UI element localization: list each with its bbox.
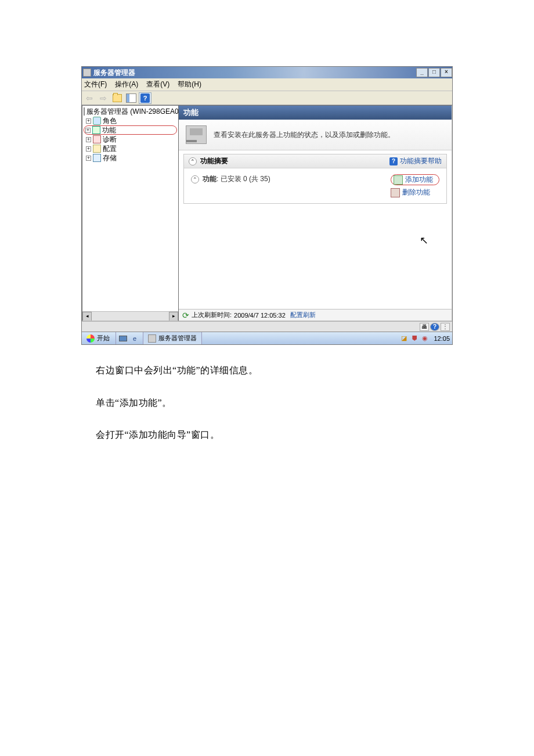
task-label: 服务器管理器 [158, 334, 197, 343]
tray-shield-icon[interactable]: ⛊ [410, 334, 418, 343]
details-pane: 功能 查看安装在此服务器上功能的状态，以及添加或删除功能。 ⌃ 功能摘要 ? 功… [178, 105, 452, 321]
status-prefix: 上次刷新时间: [192, 311, 232, 319]
expand-icon[interactable]: + [86, 146, 91, 152]
tree-label: 角色 [103, 116, 117, 125]
app-icon [148, 334, 156, 343]
configure-refresh-link[interactable]: 配置刷新 [290, 311, 316, 319]
add-feature-icon [394, 175, 403, 185]
quicklaunch-item[interactable]: e [129, 334, 140, 343]
tree-root-label: 服务器管理器 (WIN-298GEA078D [86, 107, 178, 116]
start-label: 开始 [97, 334, 110, 343]
help-toolbar-button[interactable]: ? [139, 92, 151, 104]
tree-label: 存储 [103, 153, 117, 163]
forward-arrow-icon: ⇨ [100, 93, 107, 103]
tree-pane: 服务器管理器 (WIN-298GEA078D + 角色 + 功能 + 诊断 [82, 105, 178, 321]
expand-icon[interactable]: + [86, 156, 91, 161]
help-link-label: 功能摘要帮助 [400, 156, 442, 166]
back-arrow-icon: ⇦ [86, 93, 93, 103]
close-button[interactable]: × [441, 68, 452, 77]
toolbar: ⇦ ⇨ ? [82, 91, 452, 105]
folder-icon [113, 94, 122, 102]
quicklaunch-show-desktop[interactable] [117, 334, 129, 343]
tree-label: 功能 [102, 125, 116, 135]
tree: 服务器管理器 (WIN-298GEA078D + 角色 + 功能 + 诊断 [82, 106, 178, 311]
system-tray: ◪ ⛊ ◉ 12:05 [400, 334, 452, 343]
features-summary-section: ⌃ 功能摘要 ? 功能摘要帮助 ⌃ 功能 : 已安装 0 (共 35) [183, 154, 447, 204]
section-header: ⌃ 功能摘要 ? 功能摘要帮助 [184, 154, 446, 168]
help-icon: ? [389, 157, 398, 165]
taskbar: 开始 e 服务器管理器 ◪ ⛊ ◉ 12:05 [82, 332, 452, 344]
scroll-left-button[interactable]: ◂ [82, 312, 92, 321]
menu-icon[interactable]: ⋮ [441, 323, 450, 331]
configuration-icon [93, 145, 101, 153]
tray-notification-icon[interactable]: ◪ [400, 334, 408, 343]
expand-icon[interactable]: + [86, 118, 91, 124]
start-button[interactable]: 开始 [82, 332, 114, 344]
ie-icon: e [133, 335, 136, 342]
menu-action[interactable]: 操作(A) [115, 80, 138, 89]
status-value: : 已安装 0 (共 35) [217, 174, 270, 184]
details-header: 功能 [179, 106, 452, 120]
tray-network-icon[interactable]: ◉ [421, 334, 429, 343]
panel-toggle[interactable] [125, 92, 138, 104]
h-scrollbar[interactable]: ◂ ▸ [82, 311, 178, 321]
tree-label: 配置 [103, 144, 117, 153]
installed-status: ⌃ 功能 : 已安装 0 (共 35) [191, 174, 270, 184]
statusbar: ⟳ 上次刷新时间: 2009/4/7 12:05:32 配置刷新 [179, 309, 452, 321]
diagnostics-icon [93, 135, 101, 143]
bottom-strip: 🖶 ? ⋮ [82, 321, 452, 332]
expand-icon[interactable]: + [86, 137, 91, 142]
remove-feature-link[interactable]: 删除功能 [391, 188, 439, 197]
status-time: 2009/4/7 12:05:32 [234, 312, 286, 319]
menubar: 文件(F) 操作(A) 查看(V) 帮助(H) [82, 78, 452, 91]
menu-view[interactable]: 查看(V) [146, 80, 169, 89]
banner-text: 查看安装在此服务器上功能的状态，以及添加或删除功能。 [214, 130, 395, 140]
tree-root[interactable]: 服务器管理器 (WIN-298GEA078D [84, 107, 177, 116]
features-icon [92, 126, 100, 134]
desktop-icon [119, 336, 127, 341]
tree-label: 诊断 [103, 135, 117, 144]
forward-button[interactable]: ⇨ [97, 92, 110, 104]
tree-item-diagnostics[interactable]: + 诊断 [84, 135, 177, 144]
body: 服务器管理器 (WIN-298GEA078D + 角色 + 功能 + 诊断 [82, 105, 452, 321]
back-button[interactable]: ⇦ [83, 92, 96, 104]
features-banner-icon [186, 125, 207, 144]
summary-help-link[interactable]: ? 功能摘要帮助 [389, 156, 442, 166]
add-feature-link[interactable]: 添加功能 [391, 174, 439, 185]
details-banner: 查看安装在此服务器上功能的状态，以及添加或删除功能。 [179, 120, 452, 150]
refresh-icon: ⟳ [182, 311, 189, 320]
doc-paragraph: 会打开“添加功能向导”窗口。 [96, 427, 258, 442]
roles-icon [93, 117, 101, 125]
document-text: 右边窗口中会列出“功能”的详细信息。 单击“添加功能”。 会打开“添加功能向导”… [96, 363, 258, 460]
tree-item-roles[interactable]: + 角色 [84, 116, 177, 125]
doc-paragraph: 右边窗口中会列出“功能”的详细信息。 [96, 363, 258, 378]
status-label: 功能 [203, 174, 217, 184]
section-body: ⌃ 功能 : 已安装 0 (共 35) 添加功能 删除功能 [184, 168, 446, 203]
menu-help[interactable]: 帮助(H) [178, 80, 201, 89]
print-icon[interactable]: 🖶 [420, 323, 429, 331]
help-icon: ? [140, 93, 150, 103]
expand-icon[interactable]: + [85, 128, 91, 133]
menu-file[interactable]: 文件(F) [84, 80, 107, 89]
collapse-icon[interactable]: ⌃ [189, 157, 197, 165]
scroll-right-button[interactable]: ▸ [169, 312, 178, 321]
titlebar: 服务器管理器 _ □ × [82, 67, 452, 78]
minimize-button[interactable]: _ [416, 68, 428, 77]
collapse-icon[interactable]: ⌃ [191, 175, 199, 183]
taskbar-item-server-manager[interactable]: 服务器管理器 [143, 332, 202, 344]
tree-item-configuration[interactable]: + 配置 [84, 144, 177, 153]
maximize-button[interactable]: □ [428, 68, 440, 77]
help-icon[interactable]: ? [430, 323, 439, 331]
app-icon [83, 69, 91, 77]
taskbar-clock[interactable]: 12:05 [431, 335, 450, 342]
add-feature-label: 添加功能 [405, 175, 433, 185]
server-manager-window: 服务器管理器 _ □ × 文件(F) 操作(A) 查看(V) 帮助(H) ⇦ ⇨… [81, 66, 453, 345]
tree-item-storage[interactable]: + 存储 [84, 153, 177, 163]
storage-icon [93, 154, 101, 162]
remove-feature-label: 删除功能 [402, 188, 430, 197]
window-title: 服务器管理器 [93, 68, 135, 78]
section-title: 功能摘要 [200, 156, 228, 166]
windows-logo-icon [86, 334, 95, 343]
up-button[interactable] [111, 92, 124, 104]
tree-item-features[interactable]: + 功能 [84, 125, 177, 135]
